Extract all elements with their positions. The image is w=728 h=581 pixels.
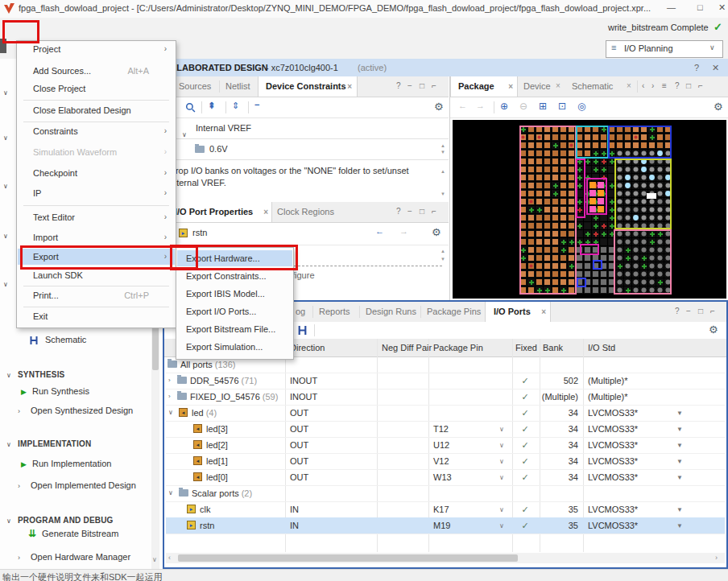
- run-status-text[interactable]: write_bitstream Complete: [608, 23, 709, 32]
- sidebar-item-open-synthesized-design[interactable]: Open Synthesized Design: [31, 406, 133, 415]
- menu-item-launch-sdk[interactable]: Launch SDK: [18, 267, 175, 283]
- menu-item-export-constraints[interactable]: Export Constraints...: [177, 268, 292, 284]
- menu-item-checkpoint[interactable]: Checkpoint›: [18, 165, 175, 181]
- section-program-debug[interactable]: PROGRAM AND DEBUG: [18, 516, 114, 525]
- col-direction[interactable]: Direction: [290, 339, 325, 356]
- table-row-led-group[interactable]: ∨ ◂ led(4) OUT ✓ 34 LVCMOS33* ▼: [166, 405, 725, 422]
- menu-item-print[interactable]: Print...Ctrl+P: [18, 287, 175, 303]
- expander-icon[interactable]: ›: [168, 389, 171, 405]
- tab-design-runs[interactable]: Design Runs: [366, 302, 416, 322]
- dropdown-icon[interactable]: ▼: [676, 406, 683, 422]
- zoom-selection-icon[interactable]: ⊡: [558, 101, 566, 112]
- fixed-check-icon[interactable]: ✓: [512, 389, 538, 405]
- scroll-up-icon[interactable]: ▲: [441, 169, 445, 174]
- tab-schematic[interactable]: Schematic: [572, 76, 613, 97]
- scroll-down-icon[interactable]: ∨: [152, 556, 157, 563]
- col-neg-diff-pair[interactable]: Neg Diff Pair: [382, 339, 432, 356]
- tab-close-icon[interactable]: ×: [347, 76, 352, 97]
- maximize-button[interactable]: □: [697, 2, 703, 12]
- table-horizontal-scrollbar[interactable]: ‹ ›: [166, 553, 725, 563]
- layout-selector[interactable]: ≡ I/O Planning ∨: [606, 40, 723, 58]
- tab-package-pins[interactable]: Package Pins: [427, 302, 481, 322]
- scroll-down-icon[interactable]: ▼: [441, 192, 445, 196]
- menu-item-close-project[interactable]: Close Project: [18, 80, 175, 97]
- fixed-check-icon[interactable]: ✓: [512, 501, 538, 517]
- section-synthesis[interactable]: SYNTHESIS: [18, 370, 64, 379]
- menu-item-constraints[interactable]: Constraints›: [18, 123, 175, 139]
- menu-item-export-bitstream-file[interactable]: Export Bitstream File...: [177, 321, 292, 337]
- panel-maximize-icon[interactable]: ⌐: [432, 207, 436, 216]
- panel-minimize-icon[interactable]: −: [407, 81, 412, 90]
- tab-close-icon[interactable]: ×: [263, 202, 268, 222]
- tab-close-icon[interactable]: ×: [541, 302, 546, 322]
- fixed-check-icon[interactable]: ✓: [512, 517, 538, 534]
- menu-item-export-simulation[interactable]: Export Simulation...: [177, 339, 292, 355]
- tab-package[interactable]: Package ×: [450, 76, 518, 97]
- zoom-in-icon[interactable]: ⊕: [500, 101, 508, 112]
- zoom-fit-icon[interactable]: ⊞: [539, 101, 547, 112]
- tab-io-port-properties[interactable]: I/O Port Properties ×: [163, 202, 272, 222]
- close-button[interactable]: ✕: [718, 2, 726, 13]
- panel-maximize-icon[interactable]: ⌐: [698, 81, 703, 90]
- package-die-view[interactable]: [453, 120, 726, 299]
- pin-dropdown-icon[interactable]: ∨: [499, 502, 504, 518]
- settings-gear-icon[interactable]: ⚙: [709, 323, 718, 336]
- table-row-led3[interactable]: ◂ led[3] OUT T12 ∨ ✓ 34 LVCMOS33* ▼: [166, 421, 725, 438]
- settings-gear-icon[interactable]: ⚙: [714, 101, 723, 113]
- table-row-led1[interactable]: ◂ led[1] OUT V12 ∨ ✓ 34 LVCMOS33* ▼: [166, 453, 725, 470]
- panel-maximize-icon[interactable]: ⌐: [710, 307, 715, 315]
- tab-list-icon[interactable]: ≡: [662, 81, 667, 90]
- menu-item-close-elaborated-design[interactable]: Close Elaborated Design: [18, 102, 175, 118]
- tab-device[interactable]: Device: [523, 76, 551, 97]
- spinner-up-icon[interactable]: ▲: [441, 143, 445, 148]
- expander-icon[interactable]: ›: [168, 373, 171, 389]
- dropdown-icon[interactable]: ▼: [676, 502, 683, 518]
- expander-icon[interactable]: ∨: [168, 485, 173, 501]
- fixed-check-icon[interactable]: ✓: [512, 437, 538, 453]
- minimize-button[interactable]: —: [667, 2, 676, 12]
- settings-gear-icon[interactable]: ⚙: [434, 101, 444, 113]
- pin-dropdown-icon[interactable]: ∨: [499, 518, 504, 534]
- col-bank[interactable]: Bank: [543, 339, 563, 356]
- tab-netlist[interactable]: Netlist: [225, 76, 250, 97]
- pin-dropdown-icon[interactable]: ∨: [499, 438, 504, 454]
- panel-minimize-icon[interactable]: −: [407, 207, 412, 216]
- spinner-up-icon[interactable]: ▲: [441, 249, 445, 253]
- chevron-down-icon[interactable]: ∨: [6, 517, 11, 525]
- panel-float-icon[interactable]: □: [686, 81, 691, 90]
- sidebar-item-generate-bitstream[interactable]: Generate Bitstream: [42, 529, 118, 538]
- dropdown-icon[interactable]: ▼: [676, 422, 683, 438]
- vref-group-row[interactable]: ∨ Internal VREF: [163, 117, 449, 139]
- panel-help-icon[interactable]: ?: [396, 81, 401, 90]
- fixed-check-icon[interactable]: ✓: [512, 453, 538, 469]
- table-row-clk[interactable]: ▸ clk IN K17 ∨ ✓ 35 LVCMOS33* ▼: [166, 501, 725, 518]
- sidebar-item-open-hardware-manager[interactable]: Open Hardware Manager: [31, 552, 130, 562]
- tab-clock-regions[interactable]: Clock Regions: [277, 202, 334, 222]
- menu-item-add-sources[interactable]: Add Sources...Alt+A: [18, 63, 175, 79]
- pin-dropdown-icon[interactable]: ∨: [499, 422, 504, 438]
- scroll-left-icon[interactable]: ‹: [168, 554, 171, 562]
- tab-io-ports[interactable]: I/O Ports ×: [485, 302, 551, 322]
- chevron-right-icon[interactable]: ›: [18, 482, 20, 490]
- menu-item-text-editor[interactable]: Text Editor›: [18, 209, 175, 225]
- sidebar-scrollbar[interactable]: ∨: [151, 316, 159, 569]
- schematic-icon[interactable]: [297, 325, 308, 336]
- tab-device-constraints[interactable]: Device Constraints ×: [258, 76, 358, 97]
- section-implementation[interactable]: IMPLEMENTATION: [18, 439, 91, 448]
- menu-item-import[interactable]: Import›: [18, 229, 175, 245]
- settings-gear-icon[interactable]: ⚙: [432, 226, 441, 238]
- design-bar-help-icon[interactable]: ?: [694, 59, 699, 76]
- menu-item-export-ibis-model[interactable]: Export IBIS Model...: [177, 286, 292, 302]
- search-icon[interactable]: [185, 102, 196, 113]
- fixed-check-icon[interactable]: ✓: [512, 469, 538, 485]
- chevron-right-icon[interactable]: ›: [18, 554, 20, 562]
- menu-item-export-io-ports[interactable]: Export I/O Ports...: [177, 303, 292, 319]
- sidebar-item-run-implementation[interactable]: Run Implementation: [32, 459, 111, 468]
- design-bar-close-icon[interactable]: ✕: [712, 59, 719, 76]
- dropdown-icon[interactable]: ▼: [676, 518, 683, 534]
- tab-log-partial[interactable]: og: [296, 302, 305, 322]
- panel-float-icon[interactable]: □: [698, 307, 703, 315]
- panel-maximize-icon[interactable]: ⌐: [432, 81, 436, 90]
- menu-item-project[interactable]: Project›: [18, 41, 175, 57]
- scrollbar-thumb[interactable]: [178, 554, 518, 562]
